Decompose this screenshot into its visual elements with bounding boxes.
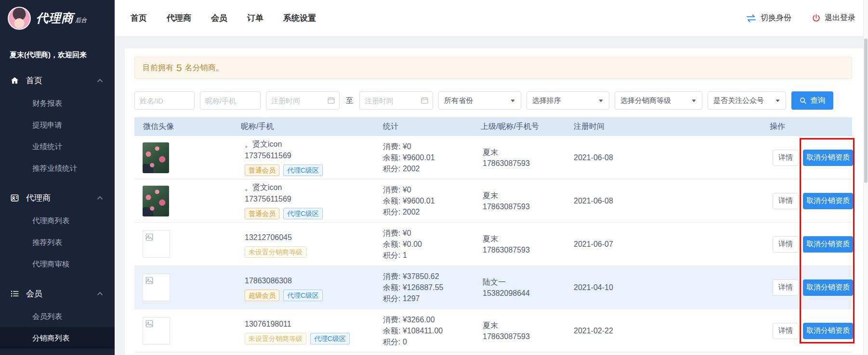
to-label: 至: [345, 96, 354, 105]
parent-phone: 15382098644: [483, 288, 574, 299]
nickname-phone-input[interactable]: [200, 91, 261, 110]
parent-name: 夏末: [483, 190, 574, 201]
phone-number: 17863086308: [245, 275, 383, 286]
province-select[interactable]: 所有省份: [438, 91, 521, 110]
brand-subtitle: 后台: [75, 17, 87, 24]
broken-image-icon: [145, 233, 154, 241]
chevron-down-icon: [691, 99, 697, 102]
sidebar-item-agent-review[interactable]: 代理商审核: [0, 253, 115, 275]
main-area: 目前拥有 5 名分销商。 至 所有省份: [115, 36, 868, 355]
chevron-down-icon: [598, 99, 604, 102]
scrollbar-thumb[interactable]: [864, 38, 868, 183]
detail-button[interactable]: 详情: [773, 323, 799, 339]
cancel-distribution-button[interactable]: 取消分销资质: [803, 279, 853, 296]
name-id-input[interactable]: [134, 91, 195, 110]
stat-consume: 消费: ¥0: [383, 141, 481, 152]
stat-balance: 余额: ¥9600.01: [383, 195, 481, 206]
stat-balance: 余额: ¥0.00: [383, 239, 481, 250]
parent-name: 夏末: [483, 233, 574, 244]
sidebar-item-agent-list[interactable]: 代理商列表: [0, 210, 115, 231]
column-header-ops: 操作: [770, 122, 852, 132]
chevron-up-icon: [97, 196, 103, 200]
calendar-icon[interactable]: [327, 96, 335, 104]
agent-zone-badge: 代理C级区: [283, 165, 323, 176]
official-account-select[interactable]: 是否关注公众号: [708, 91, 786, 110]
broken-avatar: [143, 317, 170, 344]
stat-points: 积分: 2002: [383, 206, 481, 217]
agent-zone-badge: 代理C级区: [283, 208, 323, 219]
sidebar-item-performance-stats[interactable]: 业绩统计: [0, 136, 115, 157]
nickname: 。贤文icon: [245, 183, 383, 192]
cancel-distribution-button[interactable]: 取消分销资质: [803, 193, 853, 209]
chevron-up-icon: [97, 292, 103, 296]
tab-home[interactable]: 首页: [131, 13, 147, 24]
table-row: 。贤文icon 17375611569 普通会员 代理C级区 消费: ¥0 余额…: [134, 136, 852, 179]
tab-member[interactable]: 会员: [211, 13, 227, 24]
calendar-icon[interactable]: [421, 96, 429, 104]
top-nav-tabs: 首页 代理商 会员 订单 系统设置: [115, 13, 316, 24]
detail-button[interactable]: 详情: [773, 279, 799, 296]
phone-number: 17375611569: [245, 193, 383, 204]
broken-avatar: [143, 230, 170, 258]
stat-balance: 余额: ¥108411.00: [383, 325, 481, 336]
sidebar-section-member[interactable]: 会员: [0, 281, 115, 305]
detail-button[interactable]: 详情: [773, 236, 799, 253]
register-date: 2021-06-07: [574, 240, 770, 249]
logout-button[interactable]: 退出登录: [812, 13, 855, 23]
switch-identity-label: 切换身份: [761, 13, 791, 23]
distributor-level-select[interactable]: 选择分销商等级: [615, 91, 702, 110]
parent-name: 夏末: [483, 320, 574, 331]
nickname: 。贤文icon: [245, 139, 383, 149]
top-navbar: 首页 代理商 会员 订单 系统设置 切换身份 退出登录: [115, 0, 868, 36]
broken-image-icon: [145, 276, 154, 285]
brand-title: 代理商: [36, 11, 74, 25]
sidebar-item-member-list[interactable]: 会员列表: [0, 305, 115, 327]
notice-prefix: 目前拥有: [143, 63, 173, 73]
search-button-label: 查询: [810, 96, 826, 106]
distributor-count-notice: 目前拥有 5 名分销商。: [134, 57, 852, 79]
agent-zone-badge: 代理C级区: [310, 333, 350, 344]
sidebar-item-referral-performance-stats[interactable]: 推荐业绩统计: [0, 157, 115, 179]
member-icon: [10, 289, 20, 298]
stat-balance: 余额: ¥126887.55: [383, 282, 481, 293]
sidebar-item-referral-list[interactable]: 推荐列表: [0, 231, 115, 253]
tab-order[interactable]: 订单: [247, 13, 263, 24]
stat-consume: 消费: ¥0: [383, 228, 481, 239]
cancel-distribution-button[interactable]: 取消分销资质: [803, 150, 853, 166]
table-header-row: 微信头像 昵称/手机 统计 上级/昵称/手机号 注册时间 操作: [134, 117, 852, 136]
tab-system-settings[interactable]: 系统设置: [283, 13, 316, 24]
table-row: 13212706045 未设置分销商等级 消费: ¥0 余额: ¥0.00 积分…: [134, 223, 852, 266]
chevron-down-icon: [510, 99, 515, 102]
column-header-avatar: 微信头像: [134, 122, 241, 132]
detail-button[interactable]: 详情: [773, 150, 799, 166]
sidebar-section-home[interactable]: 首页: [0, 68, 115, 92]
swap-icon: [746, 14, 757, 23]
agent-icon: [10, 193, 20, 203]
register-date: 2021-06-08: [574, 153, 770, 162]
cancel-distribution-button[interactable]: 取消分销资质: [803, 236, 853, 253]
detail-button[interactable]: 详情: [773, 193, 799, 209]
sidebar-menu: 首页 财务报表 提现申请 业绩统计 推荐业绩统计 代理商 代理商列表 推荐列表 …: [0, 68, 115, 349]
sidebar-item-withdrawal-request[interactable]: 提现申请: [0, 114, 115, 136]
phone-number: 13212706045: [245, 232, 383, 243]
sidebar-item-distributor-list[interactable]: 分销商列表: [0, 327, 115, 349]
tab-agent[interactable]: 代理商: [167, 13, 191, 24]
stat-points: 积分: 1297: [383, 293, 481, 304]
wechat-avatar: [143, 186, 169, 216]
parent-phone: 17863087593: [483, 244, 574, 255]
broken-image-icon: [145, 319, 154, 328]
search-icon: [799, 97, 807, 104]
parent-phone: 17863087593: [483, 201, 574, 212]
power-icon: [812, 13, 821, 23]
sidebar-section-agent[interactable]: 代理商: [0, 186, 115, 210]
column-header-nickname: 昵称/手机: [241, 122, 383, 132]
search-button[interactable]: 查询: [791, 91, 833, 110]
sort-select[interactable]: 选择排序: [526, 91, 609, 110]
sidebar-section-label: 首页: [26, 75, 42, 86]
cancel-distribution-button[interactable]: 取消分销资质: [803, 323, 853, 339]
sidebar-section-label: 会员: [26, 288, 42, 299]
column-header-parent: 上级/昵称/手机号: [481, 122, 574, 132]
switch-identity-button[interactable]: 切换身份: [746, 13, 791, 23]
sidebar-item-financial-reports[interactable]: 财务报表: [0, 92, 115, 114]
scrollbar[interactable]: [863, 0, 868, 355]
